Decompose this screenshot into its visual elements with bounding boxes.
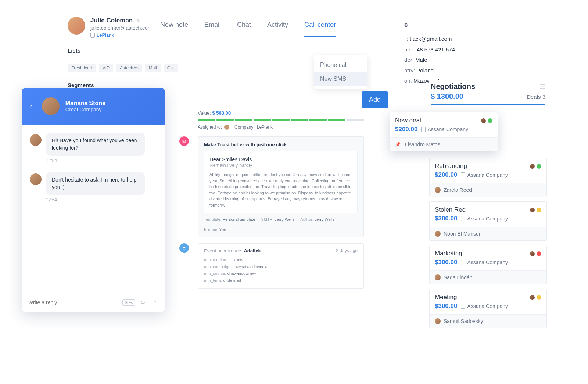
deal-avatar-icon: [530, 208, 535, 212]
deal-card[interactable]: Stolen Red$300.00Assana CompanyNoori El …: [429, 201, 547, 241]
reply-input[interactable]: [28, 299, 118, 305]
deal-title: Rebranding: [435, 162, 467, 170]
info-email: tjack@gmail.com: [410, 36, 452, 42]
deal-company: Assana Company: [467, 172, 508, 178]
deal-value: $ 563.00: [212, 110, 231, 116]
email-body: Ability thought enquire settled prudent …: [209, 172, 352, 208]
smtp-value: Jerry Wells: [275, 217, 294, 222]
tab-chat[interactable]: Chat: [237, 21, 251, 37]
tab-email[interactable]: Email: [204, 21, 221, 37]
gif-button[interactable]: GIFs: [122, 299, 135, 306]
deals-list: Rebranding$200.00Assana CompanyZarela Re…: [429, 158, 547, 328]
info-gender: Male: [415, 57, 427, 63]
list-tag[interactable]: Mail: [145, 64, 161, 72]
status-dot-icon: [537, 164, 541, 169]
back-icon[interactable]: ‹: [30, 102, 32, 111]
message-time: 12:54: [46, 197, 157, 202]
message-time: 12:54: [46, 158, 157, 163]
company-icon: [461, 172, 465, 177]
deal-person: Lisandro Matos: [405, 141, 440, 147]
add-button[interactable]: Add: [362, 91, 388, 108]
contact-company-link[interactable]: LePiank: [90, 32, 152, 38]
email-timeline-icon: ✉: [179, 136, 189, 146]
list-tag[interactable]: VIP: [99, 64, 113, 72]
info-gender-label: der:: [404, 57, 414, 63]
status-dot-icon: [537, 295, 541, 300]
deal-title: Marketing: [435, 250, 462, 257]
value-label: Value:: [198, 110, 211, 116]
smtp-label: SMTP:: [261, 217, 273, 222]
done-label: Is done:: [204, 227, 218, 232]
call-center-dropdown: Phone call New SMS: [314, 55, 368, 89]
utm-campaign-label: utm_campaign:: [204, 265, 232, 269]
person-avatar-icon: [435, 274, 441, 280]
company-icon: [461, 260, 465, 265]
pipeline-title: Negotiations: [431, 82, 475, 91]
info-phone-label: ne:: [404, 46, 412, 53]
person-avatar-icon: [435, 187, 441, 193]
done-value: Yes: [219, 227, 226, 232]
featured-deal-card[interactable]: New deal $200.00 Assana Company 📌 Lisand…: [390, 112, 498, 151]
deal-card[interactable]: Marketing$300.00Assana CompanySaga Lindé…: [429, 245, 547, 284]
contact-info-panel: c il: tjack@gmail.com ne: +48 573 421 57…: [404, 18, 492, 86]
menu-icon[interactable]: ☰: [539, 85, 545, 89]
company-icon: [461, 304, 465, 309]
template-value: Personal template: [223, 217, 255, 222]
deal-amount: $200.00: [395, 126, 417, 133]
pipeline-amount: $ 1300.00: [431, 92, 463, 101]
chat-name: Mariana Stone: [65, 100, 105, 107]
utm-term-label: utm_term:: [204, 278, 222, 283]
message-bubble: Don't hesitate to ask, I'm here to help …: [46, 172, 145, 195]
deal-avatar-icon: [481, 118, 486, 123]
assigned-label: Assigned to:: [198, 125, 222, 130]
info-phone: +48 573 421 574: [413, 46, 455, 53]
deal-company: Assana Company: [427, 126, 468, 132]
deal-card[interactable]: Meeting$300.00Assana CompanySamuil Sadov…: [429, 289, 547, 328]
company-icon: [421, 127, 426, 132]
list-tag[interactable]: Fresh lead: [68, 64, 96, 72]
author-value: Jerry Wells: [315, 217, 334, 222]
deal-amount: $300.00: [435, 259, 457, 266]
info-country-label: ntry:: [404, 67, 415, 73]
company-icon: [461, 216, 465, 221]
deal-amount: $300.00: [435, 302, 457, 310]
contact-avatar: [68, 17, 85, 35]
edit-icon[interactable]: ✎: [137, 18, 140, 24]
email-subject: Make Toast better with just one click: [204, 142, 358, 147]
deal-avatar-icon: [530, 164, 535, 169]
utm-campaign: linkchatwindownew: [233, 265, 267, 269]
deal-card[interactable]: Rebranding$200.00Assana CompanyZarela Re…: [429, 158, 547, 197]
dropdown-new-sms[interactable]: New SMS: [314, 72, 368, 86]
upload-icon[interactable]: ⇡: [151, 299, 158, 306]
template-label: Template:: [204, 217, 222, 222]
assigned-avatar: [224, 125, 229, 130]
person-avatar-icon: [435, 231, 441, 237]
event-timeline-icon: ≡: [179, 243, 189, 253]
contact-email: julie.coleman@astech.com: [90, 25, 152, 31]
deal-person: Samuil Sadovsky: [444, 318, 483, 324]
message-bubble: Hi! Have you found what you've been look…: [46, 133, 145, 156]
event-card[interactable]: Event occurrence: Adclick 2 days ago utm…: [198, 243, 364, 289]
chat-message: Hi! Have you found what you've been look…: [30, 133, 157, 156]
utm-medium-label: utm_medium:: [204, 258, 229, 262]
contact-company-label: LePiank: [97, 32, 114, 38]
tab-activity[interactable]: Activity: [267, 21, 288, 37]
event-name: Adclick: [244, 248, 261, 254]
deal-company: Assana Company: [467, 303, 508, 309]
event-ago: 2 days ago: [336, 248, 358, 254]
email-greeting: Dear Smiles Davis: [209, 157, 352, 162]
tab-call-center[interactable]: Call center: [304, 21, 336, 37]
deal-person: Saga Lindén: [444, 274, 473, 280]
email-card[interactable]: Make Toast better with just one click De…: [198, 136, 364, 237]
author-label: Author:: [300, 217, 313, 222]
list-tag[interactable]: Cal: [164, 64, 178, 72]
chat-avatar: [42, 97, 60, 115]
timeline-company: LePiank: [257, 125, 273, 130]
tab-new-note[interactable]: New note: [160, 21, 188, 37]
dropdown-phone-call[interactable]: Phone call: [314, 58, 368, 72]
emoji-icon[interactable]: ☺: [139, 299, 147, 306]
deal-amount: $300.00: [435, 215, 457, 222]
list-tag[interactable]: AstechAs: [116, 64, 142, 72]
utm-medium: linknew: [230, 258, 243, 262]
utm-source-label: utm_source:: [204, 271, 226, 276]
